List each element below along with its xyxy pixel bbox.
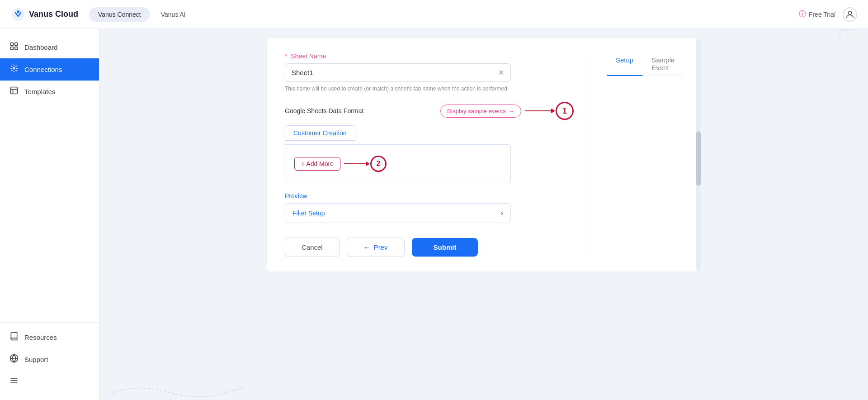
sidebar-item-resources[interactable]: Resources — [0, 326, 99, 348]
card-tabs: Setup Sample Event — [607, 52, 683, 76]
annotation-circle-2: 2 — [370, 156, 387, 172]
sidebar-resources-label: Resources — [24, 333, 57, 341]
tab-sample-event[interactable]: Sample Event — [642, 52, 684, 76]
svg-point-7 — [13, 67, 14, 69]
clear-icon[interactable]: ✕ — [498, 68, 504, 77]
sheet-name-label: * Sheet Name — [285, 52, 574, 60]
preview-label: Preview — [285, 192, 574, 200]
filter-setup-row[interactable]: Filter Setup › — [285, 203, 511, 223]
cancel-button[interactable]: Cancel — [285, 238, 340, 257]
nav-tab-connect[interactable]: Vanus Connect — [89, 7, 150, 22]
svg-point-0 — [12, 8, 24, 21]
arrowhead-2 — [366, 162, 370, 166]
field-hint: This name will be used to create (or mat… — [285, 85, 511, 93]
nav-tabs: Vanus Connect Vanus AI — [89, 7, 195, 22]
sidebar: Dashboard Connections Templates — [0, 29, 99, 400]
prev-label: Prev — [374, 243, 388, 251]
sidebar-templates-label: Templates — [24, 88, 55, 95]
footer-buttons: Cancel ← Prev Submit — [285, 238, 574, 257]
dashboard-icon — [9, 42, 19, 53]
card-layout: * Sheet Name Sheet1 ✕ This name will be … — [285, 52, 683, 257]
scrollbar-track[interactable] — [696, 38, 701, 271]
connections-icon — [9, 64, 19, 75]
annotation-arrow-2 — [344, 163, 367, 164]
add-more-button[interactable]: + Add More — [294, 157, 340, 171]
sidebar-support-label: Support — [24, 356, 48, 363]
right-panel: Setup Sample Event — [592, 52, 683, 257]
display-sample-button[interactable]: Display sample events → — [440, 105, 521, 118]
sidebar-item-support[interactable]: Support — [0, 348, 99, 371]
left-panel: * Sheet Name Sheet1 ✕ This name will be … — [285, 52, 592, 257]
bottom-decoration — [99, 377, 868, 400]
tab-setup[interactable]: Setup — [607, 52, 642, 76]
annotation-area-1: Display sample events → 1 — [440, 102, 574, 120]
sidebar-item-templates[interactable]: Templates — [0, 81, 99, 103]
svg-point-2 — [848, 11, 851, 14]
prev-button[interactable]: ← Prev — [347, 238, 405, 257]
sidebar-item-menu[interactable] — [0, 371, 99, 393]
main-content: * Sheet Name Sheet1 ✕ This name will be … — [99, 29, 868, 400]
sheet-name-field: * Sheet Name Sheet1 ✕ This name will be … — [285, 52, 574, 93]
annotation-arrow-1 — [525, 110, 552, 111]
svg-rect-8 — [11, 87, 18, 94]
submit-button[interactable]: Submit — [412, 238, 478, 257]
nav-tab-ai[interactable]: Vanus AI — [152, 7, 195, 22]
svg-rect-5 — [11, 47, 14, 50]
content-card: * Sheet Name Sheet1 ✕ This name will be … — [267, 38, 701, 271]
sidebar-item-connections[interactable]: Connections — [0, 58, 99, 81]
sidebar-dashboard-label: Dashboard — [24, 43, 57, 51]
menu-icon — [9, 376, 19, 387]
data-format-label: Google Sheets Data Format — [285, 107, 363, 114]
header-left: Vanus Cloud Vanus Connect Vanus AI — [11, 7, 195, 22]
sheet-name-value: Sheet1 — [292, 69, 313, 76]
sheet-name-input[interactable]: Sheet1 ✕ — [285, 63, 511, 82]
data-format-row: Google Sheets Data Format Display sample… — [285, 102, 574, 120]
header-right: ⓘ Free Trial — [799, 7, 857, 22]
sidebar-connections-label: Connections — [24, 66, 62, 73]
svg-rect-3 — [11, 43, 14, 46]
resources-icon — [9, 332, 19, 343]
user-avatar[interactable] — [843, 7, 857, 22]
display-sample-label: Display sample events — [447, 108, 506, 114]
svg-point-1 — [17, 10, 19, 13]
free-trial-label: Free Trial — [809, 11, 835, 18]
sidebar-bottom: Resources Support — [0, 322, 99, 393]
scrollbar-thumb[interactable] — [696, 131, 701, 186]
svg-rect-4 — [15, 43, 18, 46]
required-star: * — [285, 52, 287, 60]
customer-creation-tab[interactable]: Customer Creation — [285, 125, 355, 141]
svg-rect-6 — [15, 47, 18, 50]
add-more-area: + Add More 2 — [294, 156, 501, 172]
logo-text: Vanus Cloud — [29, 10, 78, 19]
event-tabs: Customer Creation — [285, 125, 574, 141]
free-trial-button[interactable]: ⓘ Free Trial — [799, 10, 835, 19]
arrowhead-1 — [552, 109, 555, 113]
arrow-icon: → — [509, 108, 514, 114]
prev-arrow-icon: ← — [363, 243, 370, 251]
support-icon — [9, 354, 19, 365]
event-content: + Add More 2 — [285, 144, 511, 183]
header: Vanus Cloud Vanus Connect Vanus AI ⓘ Fre… — [0, 0, 868, 29]
annotation-circle-1: 1 — [556, 102, 574, 120]
chevron-right-icon: › — [501, 209, 503, 217]
templates-icon — [9, 86, 19, 97]
filter-setup-label: Filter Setup — [292, 210, 325, 217]
logo-icon — [11, 7, 25, 22]
sidebar-item-dashboard[interactable]: Dashboard — [0, 36, 99, 58]
corner-deco — [839, 29, 857, 43]
add-more-label: + Add More — [301, 160, 334, 167]
info-icon: ⓘ — [799, 10, 806, 19]
logo[interactable]: Vanus Cloud — [11, 7, 78, 22]
layout: Dashboard Connections Templates — [0, 29, 868, 400]
